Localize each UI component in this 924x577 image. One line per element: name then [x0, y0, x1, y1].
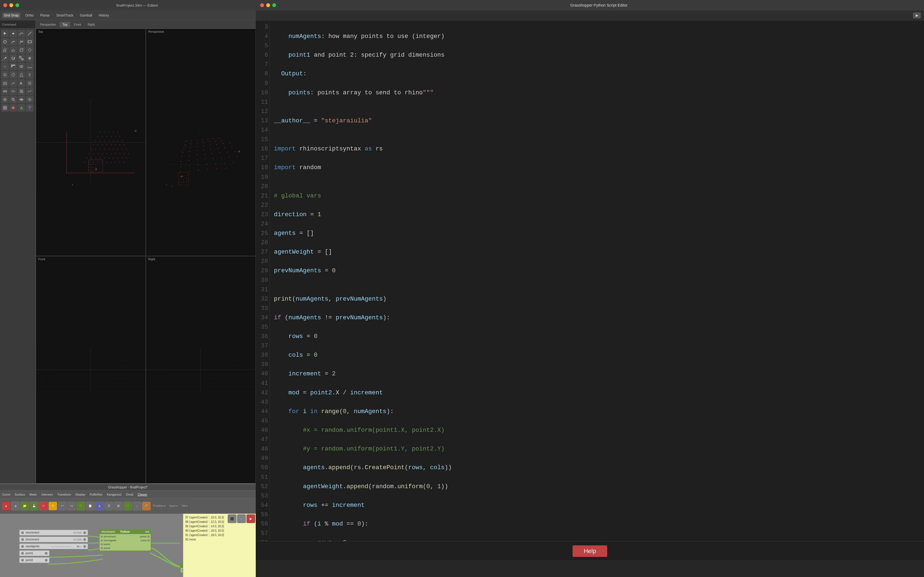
line-tool[interactable] — [26, 30, 34, 37]
python-maximize-button[interactable] — [272, 3, 276, 7]
arc-tool[interactable] — [10, 38, 17, 46]
surface-tool[interactable] — [10, 46, 17, 54]
code-content[interactable]: numAgents: how many points to use (integ… — [269, 20, 924, 541]
perspective-viewport[interactable]: Perspective — [146, 29, 256, 256]
gh-toolbar-btn-6[interactable]: ⚙ — [48, 502, 57, 511]
camera-tool[interactable] — [1, 79, 9, 87]
python-run-button[interactable]: ▶ — [913, 12, 921, 18]
gh-toolbar-btn-8[interactable]: ↪ — [67, 502, 76, 511]
zoom-tool[interactable] — [10, 96, 17, 103]
view-tool[interactable] — [26, 96, 34, 103]
front-tab[interactable]: Front — [71, 22, 84, 27]
right-viewport[interactable]: Right — [146, 256, 256, 484]
smart-track-button[interactable]: SmartTrack — [55, 13, 75, 18]
transform-tool[interactable] — [1, 55, 9, 62]
scale-tool[interactable] — [18, 55, 25, 62]
gh-node-yincrement[interactable]: yIncrement ● 0.000 — [19, 537, 88, 542]
point-tool[interactable] — [10, 30, 17, 37]
command-input[interactable]: Command — [0, 20, 35, 29]
solid-tool[interactable] — [18, 46, 25, 54]
code-editor[interactable]: 3 4 5 6 7 8 9 10 11 12 13 14 15 16 17 18… — [256, 20, 924, 541]
grasshopper-canvas[interactable]: ⬛ ← ▶ — [0, 514, 256, 577]
gh-menu-surface[interactable]: Surface — [14, 493, 25, 496]
flow-tool[interactable] — [10, 87, 17, 95]
annotation-tool[interactable]: A — [18, 79, 25, 87]
grid-snap-button[interactable]: Grid Snap — [2, 13, 20, 18]
planar-button[interactable]: Planar — [39, 13, 52, 18]
gumball-button[interactable]: Gumball — [78, 13, 94, 18]
cage-tool[interactable] — [18, 87, 25, 95]
top-viewport[interactable]: Top — [36, 29, 146, 256]
gh-node-xincrement[interactable]: xIncrement ● 0.000 — [19, 530, 88, 535]
perspective-tab[interactable]: Perspective — [37, 22, 59, 27]
gh-toolbar-btn-10[interactable]: 📋 — [86, 502, 95, 511]
gh-toolbar-btn-9[interactable]: 🌿 — [76, 502, 85, 511]
gh-toolbar-btn-11[interactable]: A — [95, 502, 104, 511]
named-view-tool[interactable] — [1, 104, 9, 112]
gh-canvas-btn-arrow[interactable]: ← — [237, 514, 246, 523]
gh-node-point2[interactable]: point2 — [19, 557, 50, 563]
analysis-tool[interactable] — [10, 79, 17, 87]
hatch-tool[interactable] — [26, 79, 34, 87]
map-tool[interactable] — [1, 96, 9, 103]
gh-python-node[interactable]: xIncrement Python out yIncrement numAgen… — [99, 529, 151, 551]
gh-node-numagents[interactable]: numAgents ———————— 91 ⬦ — [19, 543, 88, 549]
gh-canvas-btn-bake[interactable]: ⬛ — [228, 514, 237, 523]
gh-toolbar-btn-12[interactable]: ☰ — [105, 502, 113, 511]
gh-toolbar-btn-2[interactable]: ⏸ — [11, 502, 20, 511]
gh-menu-pufferfish[interactable]: Pufferfish — [90, 493, 102, 496]
patch-tool[interactable] — [26, 87, 34, 95]
curve-tool[interactable] — [18, 30, 25, 37]
select-tool[interactable] — [1, 30, 9, 37]
maximize-button[interactable] — [15, 3, 19, 7]
numagents-slider[interactable]: ———————— — [51, 545, 75, 548]
gh-toolbar-btn-14[interactable]: 🌿 — [123, 502, 132, 511]
gh-menu-intersect[interactable]: Intersect — [41, 493, 53, 496]
gh-menu-transform[interactable]: Transform — [57, 493, 71, 496]
polyline-tool[interactable] — [18, 38, 25, 46]
gh-canvas-btn-play[interactable]: ▶ — [246, 514, 255, 523]
light-tool[interactable] — [26, 71, 34, 79]
snap-tool[interactable]: + — [1, 63, 9, 70]
pan-tool[interactable] — [18, 96, 25, 103]
rotate-tool[interactable] — [10, 55, 17, 62]
gh-toolbar-btn-7[interactable]: ↩ — [58, 502, 66, 511]
gh-menu-clipper[interactable]: Clipper — [138, 493, 147, 496]
history-button[interactable]: History — [97, 13, 111, 18]
material-tool[interactable] — [18, 71, 25, 79]
gh-node-point1[interactable]: point1 — [19, 550, 50, 556]
help-button[interactable]: Help — [573, 545, 607, 557]
right-tab[interactable]: Right — [85, 22, 98, 27]
extrude-tool[interactable] — [1, 46, 9, 54]
minimize-button[interactable] — [10, 3, 13, 7]
gh-menu-curve[interactable]: Curve — [2, 493, 10, 496]
gh-toolbar-btn-15[interactable]: → — [132, 502, 142, 511]
ortho-button[interactable]: Ortho — [24, 13, 35, 18]
render-tool[interactable] — [10, 71, 17, 79]
grasshopper-tool[interactable] — [18, 104, 25, 112]
gh-toolbar-btn-5[interactable]: ✂ — [39, 502, 48, 511]
python-minimize-button[interactable] — [266, 3, 270, 7]
front-viewport[interactable]: Front — [36, 256, 146, 484]
python-close-button[interactable] — [260, 3, 264, 7]
gh-menu-kangaroo[interactable]: Kangaroo2 — [107, 493, 122, 496]
layer-tool[interactable] — [1, 71, 9, 79]
mesh-tool[interactable] — [26, 46, 34, 54]
array-tool[interactable] — [10, 63, 17, 70]
rectangle-tool[interactable] — [26, 38, 34, 46]
boolean-tool[interactable] — [18, 63, 25, 70]
mirror-tool[interactable] — [26, 55, 34, 62]
gh-toolbar-btn-3[interactable]: 📁 — [20, 502, 29, 511]
top-tab[interactable]: Top — [60, 22, 70, 27]
gh-menu-droid[interactable]: Droid — [126, 493, 133, 496]
gh-toolbar-btn-4[interactable]: 💾 — [30, 502, 39, 511]
dimension-tool[interactable] — [26, 63, 34, 70]
circle-tool[interactable] — [1, 38, 9, 46]
gh-toolbar-btn-16[interactable]: 🧪 — [142, 502, 151, 511]
record-tool[interactable] — [10, 104, 17, 112]
gh-toolbar-btn-13[interactable]: ⊞ — [114, 502, 122, 511]
clipping-tool[interactable] — [1, 87, 9, 95]
gh-toolbar-btn-1[interactable]: ● — [2, 502, 10, 511]
python-tool[interactable] — [26, 104, 34, 112]
gh-menu-mesh[interactable]: Mesh — [29, 493, 37, 496]
